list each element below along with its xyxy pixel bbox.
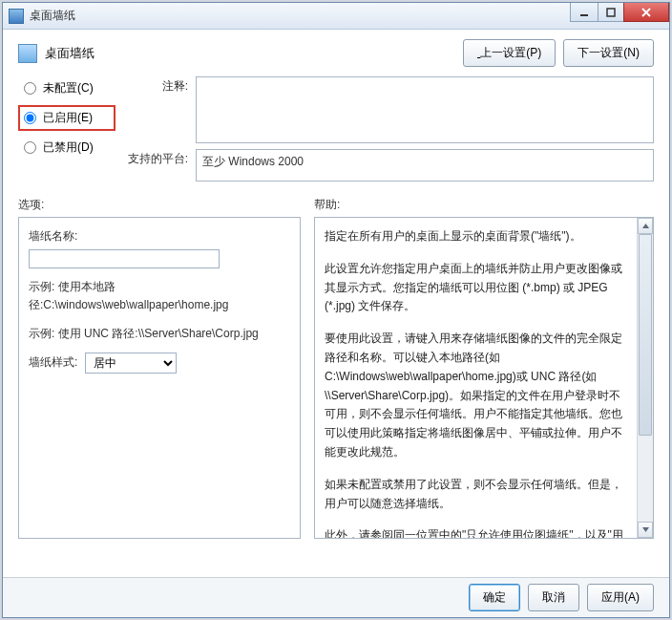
scroll-down-icon[interactable] bbox=[638, 522, 653, 538]
dialog-button-bar: 确定 取消 应用(A) bbox=[3, 577, 669, 617]
radio-disabled[interactable]: 已禁用(D) bbox=[24, 139, 110, 156]
help-p4: 如果未配置或禁用了此设置，则不会显示任何墙纸。但是，用户可以随意选择墙纸。 bbox=[325, 476, 632, 514]
titlebar: 桌面墙纸 bbox=[3, 3, 669, 30]
radio-enabled-input[interactable] bbox=[24, 112, 36, 124]
radio-not-configured-input[interactable] bbox=[24, 82, 36, 95]
options-label: 选项: bbox=[18, 197, 301, 213]
platform-label: 支持的平台: bbox=[127, 149, 188, 167]
prev-setting-button[interactable]: 上一设置(P) bbox=[463, 39, 556, 67]
ok-label: 确定 bbox=[483, 590, 506, 604]
svg-rect-0 bbox=[580, 14, 588, 16]
help-p5: 此外，请参阅同一位置中的"只允许使用位图墙纸"，以及"用户配置\管理模板\控制面… bbox=[325, 526, 632, 539]
apply-label: 应用(A) bbox=[601, 590, 640, 604]
maximize-button[interactable] bbox=[598, 3, 624, 22]
help-pane: 指定在所有用户的桌面上显示的桌面背景("墙纸")。 此设置允许您指定用户桌面上的… bbox=[314, 217, 654, 539]
lower-panes: 选项: 墙纸名称: 示例: 使用本地路 径:C:\windows\web\wal… bbox=[18, 197, 654, 539]
ok-button[interactable]: 确定 bbox=[469, 584, 520, 611]
cancel-button[interactable]: 取消 bbox=[528, 584, 579, 611]
example-text-1b: 径:C:\windows\web\wallpaper\home.jpg bbox=[29, 298, 228, 311]
content-area: 桌面墙纸 上一设置(P) 下一设置(N) 未配置(C) 已启用(E) bbox=[3, 30, 669, 577]
radio-enabled-label: 已启用(E) bbox=[43, 110, 93, 126]
example-text-1a: 示例: 使用本地路 bbox=[29, 280, 116, 293]
window-controls bbox=[571, 3, 669, 22]
options-column: 选项: 墙纸名称: 示例: 使用本地路 径:C:\windows\web\wal… bbox=[18, 197, 301, 539]
cancel-label: 取消 bbox=[542, 590, 565, 604]
help-label: 帮助: bbox=[314, 197, 654, 213]
help-p3: 要使用此设置，请键入用来存储墙纸图像的文件的完全限定路径和名称。可以键入本地路径… bbox=[325, 330, 632, 462]
platform-value: 至少 Windows 2000 bbox=[196, 149, 654, 182]
policy-dialog-window: 桌面墙纸 桌面墙纸 上一设置(P) 下一设置(N) bbox=[2, 2, 670, 618]
radio-disabled-input[interactable] bbox=[24, 141, 36, 154]
window-title: 桌面墙纸 bbox=[30, 8, 75, 24]
close-button[interactable] bbox=[623, 3, 669, 22]
next-setting-label: 下一设置(N) bbox=[578, 46, 640, 59]
highlight-box: 已启用(E) bbox=[18, 105, 116, 131]
wallpaper-name-label: 墙纸名称: bbox=[29, 227, 290, 246]
scroll-track[interactable] bbox=[638, 234, 653, 522]
app-icon bbox=[9, 9, 24, 24]
radio-disabled-label: 已禁用(D) bbox=[43, 139, 94, 156]
radio-enabled[interactable]: 已启用(E) bbox=[24, 110, 110, 126]
right-fields: 注释: 支持的平台: 至少 Windows 2000 bbox=[127, 76, 654, 182]
help-p1: 指定在所有用户的桌面上显示的桌面背景("墙纸")。 bbox=[325, 227, 632, 246]
svg-rect-1 bbox=[607, 9, 615, 16]
minimize-button[interactable] bbox=[570, 3, 598, 22]
header-row: 桌面墙纸 上一设置(P) 下一设置(N) bbox=[18, 39, 654, 67]
apply-button[interactable]: 应用(A) bbox=[587, 584, 654, 611]
next-setting-button[interactable]: 下一设置(N) bbox=[563, 39, 654, 67]
comment-label: 注释: bbox=[127, 76, 188, 95]
platform-row: 支持的平台: 至少 Windows 2000 bbox=[127, 149, 654, 182]
radio-not-configured[interactable]: 未配置(C) bbox=[24, 80, 110, 96]
help-scrollbar[interactable] bbox=[637, 218, 653, 538]
help-column: 帮助: 指定在所有用户的桌面上显示的桌面背景("墙纸")。 此设置允许您指定用户… bbox=[314, 197, 654, 539]
wallpaper-style-select[interactable]: 居中 bbox=[85, 353, 177, 374]
options-pane: 墙纸名称: 示例: 使用本地路 径:C:\windows\web\wallpap… bbox=[18, 217, 301, 539]
scroll-up-icon[interactable] bbox=[638, 218, 653, 234]
state-and-fields: 未配置(C) 已启用(E) 已禁用(D) 注释: bbox=[18, 76, 654, 182]
comment-row: 注释: bbox=[127, 76, 654, 143]
example-text-2: 示例: 使用 UNC 路径:\\Server\Share\Corp.jpg bbox=[29, 327, 259, 340]
policy-icon bbox=[18, 44, 37, 63]
scroll-thumb[interactable] bbox=[639, 234, 652, 436]
page-title: 桌面墙纸 bbox=[45, 45, 94, 62]
wallpaper-style-label: 墙纸样式: bbox=[29, 353, 77, 372]
prev-setting-label: 上一设置(P) bbox=[480, 46, 541, 59]
help-p2: 此设置允许您指定用户桌面上的墙纸并防止用户更改图像或其显示方式。您指定的墙纸可以… bbox=[325, 260, 632, 316]
radio-not-configured-label: 未配置(C) bbox=[43, 80, 94, 96]
comment-input[interactable] bbox=[196, 76, 654, 143]
state-radio-group: 未配置(C) 已启用(E) 已禁用(D) bbox=[18, 76, 110, 182]
wallpaper-name-input[interactable] bbox=[29, 249, 220, 268]
